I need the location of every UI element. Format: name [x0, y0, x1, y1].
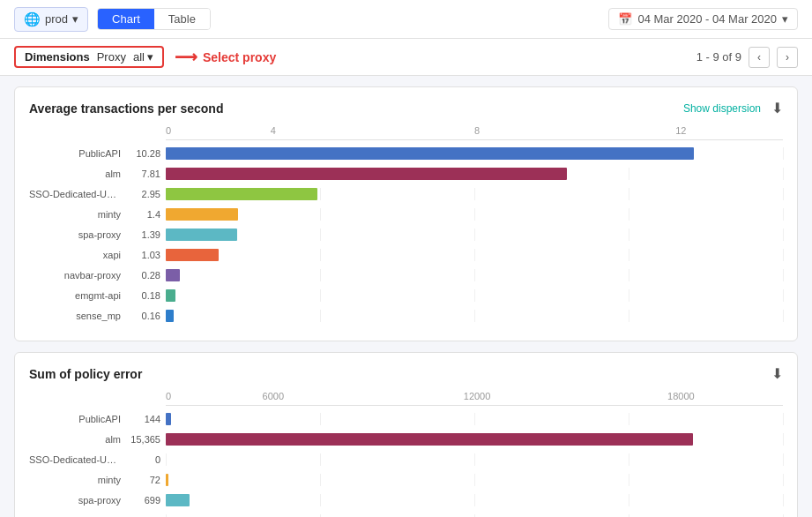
chart1-actions: Show dispersion ⬇ [683, 100, 783, 116]
bar-label: spa-proxy [29, 495, 126, 506]
prod-label: prod [45, 12, 68, 26]
bar-track [166, 188, 783, 200]
all-dropdown[interactable]: all ▾ [133, 50, 153, 64]
bar-track [166, 433, 783, 446]
date-range[interactable]: 📅 04 Mar 2020 - 04 Mar 2020 ▾ [608, 8, 798, 30]
prev-page-btn[interactable]: ‹ [749, 47, 770, 68]
select-proxy-hint: ⟶ Select proxy [175, 48, 276, 67]
chart1-title: Average transactions per second [29, 101, 223, 116]
arrow-right-icon: ⟶ [175, 48, 197, 67]
bar-track [166, 413, 783, 425]
bar-track [166, 310, 783, 322]
bar-track [166, 229, 783, 241]
bar-value: 144 [126, 414, 166, 424]
download-icon[interactable]: ⬇ [771, 365, 783, 382]
download-icon[interactable]: ⬇ [771, 100, 783, 116]
chart-policy-error: Sum of policy error ⬇ 060001200018000Pub… [14, 352, 798, 517]
bar-fill [166, 413, 171, 425]
bar-label: minty [29, 475, 126, 485]
bar-row: emgmt-api0.18 [29, 288, 783, 303]
bar-row: minty1.4 [29, 206, 783, 222]
bar-value: 1.4 [126, 209, 166, 220]
select-proxy-text: Select proxy [203, 50, 276, 64]
bar-label: SSO-Dedicated-UG-Pr... [29, 189, 126, 199]
bar-track [166, 494, 783, 506]
bar-label: alm [29, 434, 126, 445]
bar-row: SSO-Dedicated-UG-Pr...0 [29, 452, 783, 468]
chevron-down-icon: ▾ [782, 12, 788, 26]
bar-row: minty72 [29, 472, 783, 488]
bar-track [166, 289, 783, 302]
show-dispersion-btn[interactable]: Show dispersion [683, 102, 761, 115]
bar-label: minty [29, 209, 126, 220]
chart1-bars: 04812PublicAPI10.28alm7.81SSO-Dedicated-… [29, 125, 783, 328]
bar-label: PublicAPI [29, 414, 126, 424]
chevron-down-icon: ▾ [147, 50, 153, 64]
bar-fill [166, 168, 567, 180]
bar-row: PublicAPI10.28 [29, 146, 783, 161]
bar-value: 1.39 [126, 229, 166, 240]
chart2-bars: 060001200018000PublicAPI144alm15,365SSO-… [29, 391, 783, 517]
bar-value: 7.81 [126, 169, 166, 179]
chart2-actions: ⬇ [771, 365, 783, 382]
bar-row: alm7.81 [29, 166, 783, 182]
bar-value: 72 [126, 475, 166, 485]
bar-track [166, 269, 783, 281]
bar-value: 0.16 [126, 311, 166, 321]
pagination-text: 1 - 9 of 9 [697, 50, 741, 64]
bar-value: 1.03 [126, 250, 166, 260]
bar-value: 699 [126, 495, 166, 506]
bar-fill [166, 147, 694, 160]
bar-fill [166, 310, 174, 322]
bar-track [166, 453, 783, 466]
bar-track [166, 249, 783, 261]
bar-label: sense_mp [29, 311, 126, 321]
bar-value: 2.95 [126, 189, 166, 199]
bar-value: 0 [126, 454, 166, 465]
bar-fill [166, 269, 180, 281]
globe-icon: 🌐 [24, 11, 41, 27]
bar-label: emgmt-api [29, 290, 126, 301]
all-value: all [133, 50, 145, 64]
chevron-down-icon: ▾ [72, 12, 78, 26]
view-tabs: Chart Table [97, 8, 211, 30]
chart1-header: Average transactions per second Show dis… [29, 100, 783, 116]
bar-row: navbar-proxy0.28 [29, 267, 783, 283]
bar-row: spa-proxy1.39 [29, 227, 783, 243]
chart2-title: Sum of policy error [29, 367, 142, 381]
tab-chart[interactable]: Chart [98, 9, 154, 29]
bar-row: alm15,365 [29, 431, 783, 447]
bar-fill [166, 249, 219, 261]
proxy-label: Proxy [97, 50, 126, 64]
bar-row: SSO-Dedicated-UG-Pr...2.95 [29, 186, 783, 202]
bar-fill [166, 229, 237, 241]
calendar-icon: 📅 [618, 12, 632, 26]
filter-bar: Dimensions Proxy all ▾ ⟶ Select proxy 1 … [0, 39, 812, 76]
chart-avg-tps: Average transactions per second Show dis… [14, 86, 798, 341]
bar-label: navbar-proxy [29, 270, 126, 281]
bar-row: xapi1.03 [29, 247, 783, 263]
dimensions-label: Dimensions [25, 50, 90, 64]
bar-track [166, 474, 783, 486]
chart2-header: Sum of policy error ⬇ [29, 365, 783, 382]
bar-label: SSO-Dedicated-UG-Pr... [29, 454, 126, 465]
bar-value: 0.28 [126, 270, 166, 281]
bar-row: PublicAPI144 [29, 411, 783, 427]
bar-fill [166, 188, 317, 200]
bar-row: sense_mp0.16 [29, 308, 783, 324]
bar-fill [166, 433, 693, 446]
date-range-text: 04 Mar 2020 - 04 Mar 2020 [637, 12, 777, 26]
bar-fill [166, 474, 168, 486]
next-page-btn[interactable]: › [777, 47, 798, 68]
main-content: Average transactions per second Show dis… [0, 76, 812, 517]
proxy-filter-box: Dimensions Proxy all ▾ [14, 46, 164, 68]
bar-label: xapi [29, 250, 126, 260]
top-bar-left: 🌐 prod ▾ Chart Table [14, 7, 211, 32]
bar-value: 10.28 [126, 148, 166, 159]
bar-track [166, 168, 783, 180]
prod-dropdown[interactable]: 🌐 prod ▾ [14, 7, 88, 32]
top-bar: 🌐 prod ▾ Chart Table 📅 04 Mar 2020 - 04 … [0, 0, 812, 39]
tab-table[interactable]: Table [154, 9, 210, 29]
bar-value: 0.18 [126, 290, 166, 301]
bar-track [166, 147, 783, 160]
